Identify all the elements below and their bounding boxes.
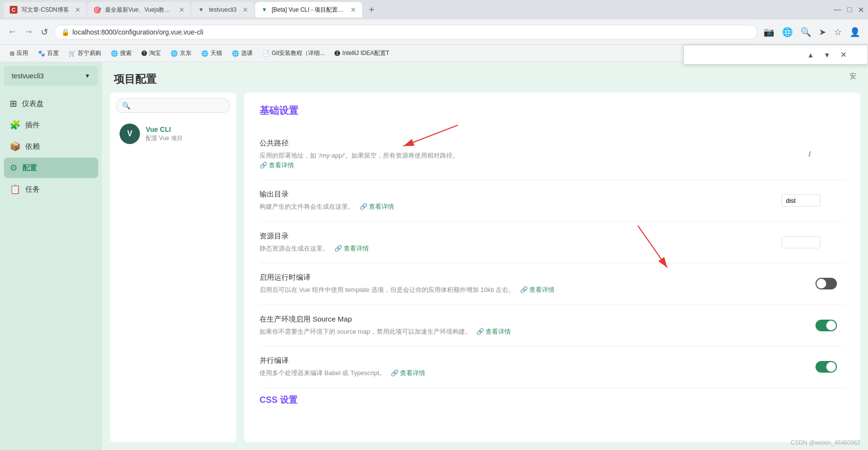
setting-link-public-path[interactable]: 🔗 查看详情 <box>260 161 294 170</box>
right-action-btn[interactable]: 安 <box>850 72 856 81</box>
tab-testvuecli3[interactable]: ▼ testvuecli3 ✕ <box>191 2 254 18</box>
tab-close-csdn[interactable]: ✕ <box>75 6 81 14</box>
git-icon: 📄 <box>262 50 270 57</box>
sidebar-item-tasks[interactable]: 📋 任务 <box>4 179 98 199</box>
main-content: testvuecli3 ▼ ⊞ 仪表盘 🧩 插件 📦 依赖 ⚙ 配 <box>0 62 868 450</box>
plugin-avatar-vuecli: V <box>120 124 140 144</box>
bookmark-icon[interactable]: ☆ <box>832 25 844 39</box>
setting-link-output-dir[interactable]: 🔗 查看详情 <box>360 202 394 212</box>
bookmark-jd-label: 京东 <box>180 49 191 57</box>
toggle-knob-runtime-compiler <box>816 279 826 288</box>
intellij-icon: 🅘 <box>334 50 340 57</box>
tab-close-vue-tutorial[interactable]: ✕ <box>179 6 185 14</box>
find-prev-button[interactable]: ▲ <box>804 50 817 60</box>
tab-vue-tutorial[interactable]: 🎯 最全最新Vue、Vuejs教程，从入 ✕ <box>87 2 191 18</box>
plugin-search-bar[interactable]: 🔍 <box>116 98 230 113</box>
setting-label-assets-dir: 资源目录 <box>260 232 845 241</box>
setting-label-public-path: 公共路径 <box>260 139 845 148</box>
plugin-avatar-text: V <box>127 129 133 138</box>
setting-link-assets-dir[interactable]: 🔗 查看详情 <box>334 244 369 253</box>
tab-favicon-vue-tutorial: 🎯 <box>93 6 101 14</box>
window-minimize[interactable]: — <box>833 5 841 14</box>
profile-icon[interactable]: 👤 <box>848 25 862 39</box>
dashboard-icon: ⊞ <box>10 98 17 109</box>
plugin-info-vuecli: Vue CLI 配置 Vue 项目 <box>146 126 183 143</box>
back-button[interactable]: ← <box>6 25 18 39</box>
bookmark-search[interactable]: 🌐 搜索 <box>107 47 136 59</box>
toggle-source-map[interactable] <box>816 320 837 331</box>
setting-link-runtime-compiler[interactable]: 🔗 查看详情 <box>520 285 555 295</box>
sidebar-item-config[interactable]: ⚙ 配置 <box>4 158 98 178</box>
bookmark-tmall-label: 天猫 <box>210 49 222 57</box>
bookmark-tmall[interactable]: 🌐 天猫 <box>197 47 226 59</box>
new-tab-button[interactable]: + <box>365 2 379 18</box>
project-name: testvuecli3 <box>12 72 44 80</box>
bookmark-baidu[interactable]: 🐾 百度 <box>34 47 63 59</box>
tab-close-testvuecli3[interactable]: ✕ <box>243 6 248 14</box>
bookmark-apps[interactable]: ⊞ 应用 <box>6 47 32 59</box>
browser-window: C 写文章-CSDN博客 ✕ 🎯 最全最新Vue、Vuejs教程，从入 ✕ ▼ … <box>0 0 868 450</box>
window-maximize[interactable]: □ <box>847 5 852 14</box>
taobao-icon: 🅣 <box>141 50 147 57</box>
page-header: 项目配置 安 <box>102 62 868 92</box>
setting-link-source-map[interactable]: 🔗 查看详情 <box>476 327 511 337</box>
zoom-icon[interactable]: 🔍 <box>799 25 813 39</box>
bookmark-taobao[interactable]: 🅣 淘宝 <box>138 47 165 59</box>
setting-desc-source-map: 如果你不需要生产环境下的 source map，禁用此项可以加速生产环境构建。 … <box>260 327 845 337</box>
tab-beta-vuecli[interactable]: ▼ [Beta] Vue CLI - 项目配置 - Vue ✕ <box>255 2 362 18</box>
bookmark-taobao-label: 淘宝 <box>149 49 161 57</box>
find-input[interactable] <box>690 50 797 60</box>
window-close[interactable]: ✕ <box>858 5 864 15</box>
find-next-button[interactable]: ▼ <box>821 50 833 60</box>
plugin-search-input[interactable] <box>133 102 224 109</box>
project-dropdown-icon: ▼ <box>85 72 90 79</box>
plugin-desc-vuecli: 配置 Vue 项目 <box>146 134 183 143</box>
setting-input-assets-dir[interactable] <box>781 236 820 248</box>
setting-assets-dir: 资源目录 静态资源会生成在这里。 🔗 查看详情 <box>260 222 845 264</box>
translate-icon[interactable]: 🌐 <box>780 25 795 39</box>
setting-label-parallel: 并行编译 <box>260 356 845 365</box>
setting-desc-public-path: 应用的部署地址，如 '/my-app/'。如果留空，所有资源将使用相对路径。 🔗… <box>260 151 845 170</box>
sidebar: testvuecli3 ▼ ⊞ 仪表盘 🧩 插件 📦 依赖 ⚙ 配 <box>0 62 102 450</box>
tab-title-csdn: 写文章-CSDN博客 <box>21 6 69 14</box>
bookmark-baidu-label: 百度 <box>47 49 59 57</box>
external-link-icon-5: 🔗 <box>476 327 484 337</box>
toggle-runtime-compiler[interactable] <box>816 278 837 289</box>
tab-favicon-beta-vuecli: ▼ <box>261 6 268 14</box>
find-close-button[interactable]: ✕ <box>837 49 850 60</box>
bookmark-xuanke[interactable]: 🌐 选课 <box>228 47 257 59</box>
bookmark-jd[interactable]: 🌐 京东 <box>167 47 195 59</box>
sidebar-item-dashboard[interactable]: ⊞ 仪表盘 <box>4 93 98 114</box>
forward-button[interactable]: → <box>22 25 35 39</box>
tab-csdn[interactable]: C 写文章-CSDN博客 ✕ <box>4 2 87 18</box>
setting-input-output-dir[interactable] <box>781 195 820 207</box>
bookmark-xuanke-label: 选课 <box>241 49 253 57</box>
watermark: CSDN @weixin_46460982 <box>791 439 860 446</box>
sidebar-label-dashboard: 仪表盘 <box>22 99 44 108</box>
setting-link-parallel[interactable]: 🔗 查看详情 <box>391 368 425 378</box>
bookmark-intellij[interactable]: 🅘 IntelliJ IDEA配置T <box>330 47 393 59</box>
tab-close-beta-vuecli[interactable]: ✕ <box>350 6 356 14</box>
toggle-knob-parallel <box>826 362 836 372</box>
bookmark-suning[interactable]: 🛒 苏宁易购 <box>65 47 105 59</box>
tasks-icon: 📋 <box>10 184 20 195</box>
project-selector[interactable]: testvuecli3 ▼ <box>4 66 98 86</box>
setting-desc-assets-dir: 静态资源会生成在这里。 🔗 查看详情 <box>260 244 845 253</box>
plugin-item-vuecli[interactable]: V Vue CLI 配置 Vue 项目 <box>116 119 230 149</box>
setting-output-dir: 输出目录 构建产生的文件将会生成在这里。 🔗 查看详情 <box>260 180 845 222</box>
screenshot-icon[interactable]: 📷 <box>762 25 776 39</box>
share-icon[interactable]: ➤ <box>817 25 828 39</box>
setting-source-map: 在生产环境启用 Source Map 如果你不需要生产环境下的 source m… <box>260 305 845 347</box>
sidebar-item-plugins[interactable]: 🧩 插件 <box>4 115 98 135</box>
dependencies-icon: 📦 <box>10 141 20 152</box>
address-bar: ← → ↺ 🔒 localhost:8000/configuration/org… <box>0 19 868 45</box>
external-link-icon-4: 🔗 <box>520 285 528 295</box>
bookmark-git[interactable]: 📄 Git安装教程（详细... <box>259 47 329 59</box>
plugin-panel: 🔍 V Vue CLI 配置 Vue 项目 <box>110 92 236 442</box>
sidebar-item-dependencies[interactable]: 📦 依赖 <box>4 136 98 157</box>
reload-button[interactable]: ↺ <box>39 25 50 39</box>
toggle-parallel[interactable] <box>816 361 837 373</box>
url-bar[interactable]: 🔒 localhost:8000/configuration/org.vue.v… <box>54 25 758 39</box>
tab-title-vue-tutorial: 最全最新Vue、Vuejs教程，从入 <box>105 6 173 14</box>
setting-label-output-dir: 输出目录 <box>260 190 845 199</box>
